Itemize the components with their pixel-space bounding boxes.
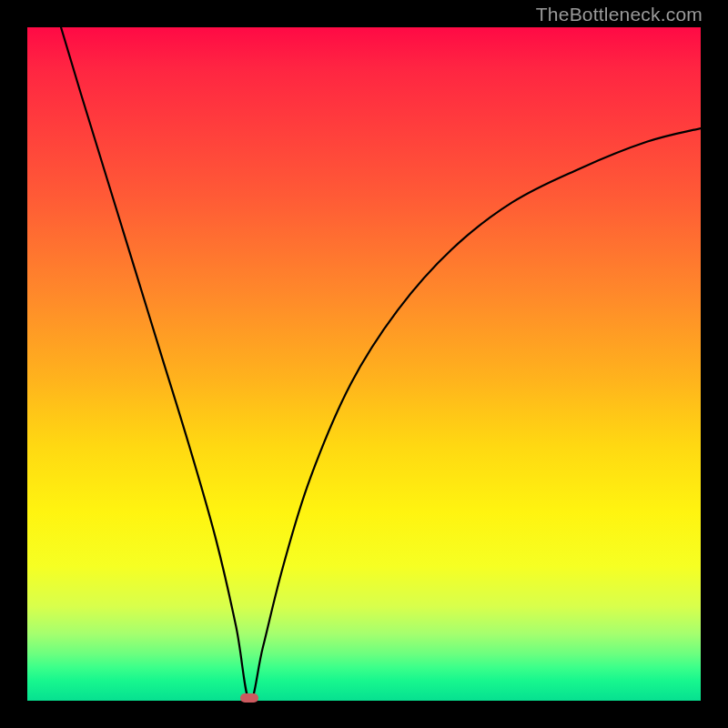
- figure-root: TheBottleneck.com: [0, 0, 728, 728]
- plot-area: [27, 27, 701, 701]
- watermark-text: TheBottleneck.com: [536, 4, 703, 25]
- optimal-marker: [240, 693, 258, 703]
- bottleneck-curve: [27, 27, 701, 701]
- curve-path: [61, 27, 701, 701]
